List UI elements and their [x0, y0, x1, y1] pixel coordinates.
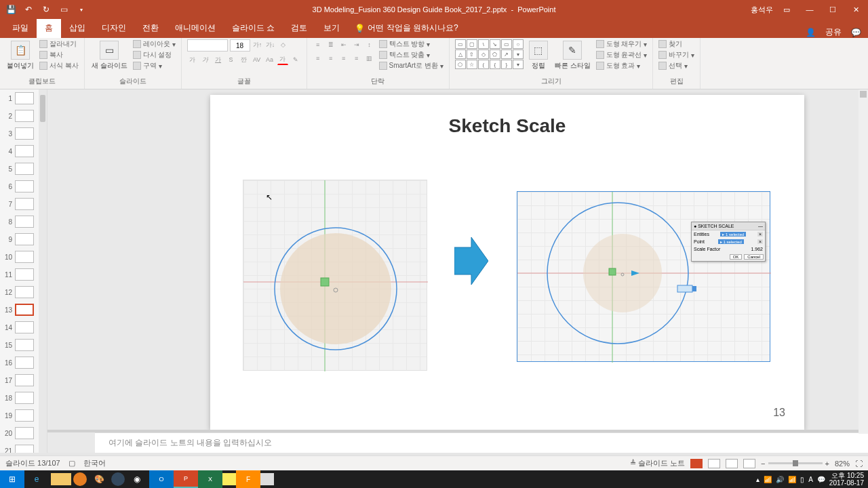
paint-icon[interactable]: 🎨 — [87, 470, 111, 488]
underline-icon[interactable]: 가 — [213, 54, 224, 65]
outlook-icon[interactable]: O — [149, 470, 174, 488]
reset-button[interactable]: 다시 설정 — [133, 50, 176, 60]
strike-icon[interactable]: S — [226, 54, 237, 65]
slide-canvas[interactable]: Sketch Scale ↖ — [47, 89, 868, 453]
fit-window-icon[interactable]: ⛶ — [855, 460, 863, 468]
app-misc-icon[interactable] — [260, 473, 274, 485]
arrange-button[interactable]: ⬚ 정렬 — [528, 39, 549, 72]
quick-styles-button[interactable]: ✎ 빠른 스타일 — [553, 39, 592, 72]
excel-icon[interactable]: X — [198, 470, 222, 488]
minimize-icon[interactable]: — — [800, 3, 819, 16]
replace-button[interactable]: 바꾸기 ▾ — [658, 50, 694, 60]
app-orange-icon[interactable] — [73, 472, 87, 486]
scale-value[interactable]: 1.962 — [751, 247, 763, 251]
dialog-close-icon[interactable]: — — [758, 224, 763, 228]
slide-position[interactable]: 슬라이드 13/107 — [5, 458, 60, 468]
align-text-button[interactable]: 텍스트 맞춤 ▾ — [379, 50, 443, 60]
decrease-font-icon[interactable]: 가↓ — [265, 39, 276, 50]
tab-transitions[interactable]: 전환 — [134, 18, 167, 38]
zoom-out-icon[interactable]: − — [761, 460, 765, 468]
tab-design[interactable]: 디자인 — [94, 18, 134, 38]
text-direction-button[interactable]: 텍스트 방향 ▾ — [379, 39, 443, 49]
notes-pane[interactable]: 여기에 슬라이드 노트의 내용을 입력하십시오 — [95, 432, 868, 453]
spell-check-icon[interactable]: ▢ — [68, 459, 75, 468]
reading-view-button[interactable] — [726, 459, 738, 468]
paste-button[interactable]: 📋 붙여넣기 — [5, 39, 35, 72]
start-from-beginning-icon[interactable]: ▭ — [58, 4, 69, 15]
comments-icon[interactable]: 💬 — [851, 28, 861, 37]
indent-inc-icon[interactable]: ⇥ — [351, 39, 362, 50]
volume-icon[interactable]: 🔊 — [776, 476, 784, 483]
clock-time[interactable]: 오후 10:25 — [829, 472, 864, 479]
font-size-input[interactable] — [230, 39, 250, 52]
italic-icon[interactable]: 가 — [200, 54, 211, 65]
slide-thumbnails[interactable]: 123456789101112131415161718192021 — [0, 89, 47, 453]
fusion-icon[interactable]: F — [236, 470, 260, 488]
network-icon[interactable]: 📶 — [764, 476, 772, 483]
align-center-icon[interactable]: ≡ — [326, 53, 336, 64]
tab-view[interactable]: 보기 — [315, 18, 348, 38]
format-painter-button[interactable]: 서식 복사 — [39, 61, 79, 70]
shape-fill-button[interactable]: 도형 채우기 ▾ — [596, 39, 648, 49]
clock-date[interactable]: 2017-08-17 — [829, 479, 864, 487]
battery-icon[interactable]: ▯ — [800, 476, 804, 483]
tray-up-icon[interactable]: ▴ — [756, 476, 760, 483]
entities-value[interactable]: ▸ 1 selected — [720, 232, 746, 237]
entities-clear-icon[interactable]: × — [757, 232, 763, 237]
wifi-icon[interactable]: 📶 — [788, 476, 796, 483]
normal-view-button[interactable] — [690, 459, 703, 468]
find-button[interactable]: 찾기 — [658, 39, 694, 49]
sticky-notes-icon[interactable] — [222, 473, 236, 485]
chrome-icon[interactable]: ◉ — [125, 470, 149, 488]
tab-animations[interactable]: 애니메이션 — [167, 18, 224, 38]
shape-effects-button[interactable]: 도형 효과 ▾ — [596, 61, 648, 70]
tell-me-search[interactable]: 💡 어떤 작업을 원하시나요? — [348, 18, 465, 38]
smartart-button[interactable]: SmartArt로 변환 ▾ — [379, 61, 443, 70]
increase-font-icon[interactable]: 가↑ — [252, 39, 263, 50]
layout-button[interactable]: 레이아웃 ▾ — [133, 39, 176, 49]
case-icon[interactable]: Aa — [264, 54, 275, 65]
cancel-button[interactable]: Cancel — [744, 254, 764, 260]
explorer-icon[interactable] — [51, 473, 71, 485]
sorter-view-button[interactable] — [708, 459, 720, 468]
shape-outline-button[interactable]: 도형 윤곽선 ▾ — [596, 50, 648, 60]
ime-icon[interactable]: A — [808, 476, 813, 483]
app-blue-icon[interactable] — [111, 472, 125, 486]
tab-insert[interactable]: 삽입 — [61, 18, 94, 38]
highlight-icon[interactable]: ✎ — [290, 54, 301, 65]
save-icon[interactable]: 💾 — [5, 4, 16, 15]
spacing-icon[interactable]: AV — [252, 54, 262, 65]
close-icon[interactable]: ✕ — [846, 3, 865, 16]
undo-icon[interactable]: ↶ — [23, 4, 34, 15]
ribbon-options-icon[interactable]: ▭ — [777, 3, 796, 16]
point-value[interactable]: ▸ 1 selected — [718, 239, 744, 244]
cut-button[interactable]: 잘라내기 — [39, 39, 79, 49]
align-left-icon[interactable]: ≡ — [313, 53, 323, 64]
numbering-icon[interactable]: ≣ — [326, 39, 336, 50]
copy-button[interactable]: 복사 — [39, 50, 79, 60]
zoom-level[interactable]: 82% — [835, 460, 850, 468]
clear-format-icon[interactable]: ◇ — [278, 39, 289, 50]
share-button[interactable]: 공유 — [825, 26, 842, 38]
bullets-icon[interactable]: ≡ — [313, 39, 323, 50]
redo-icon[interactable]: ↻ — [41, 4, 52, 15]
shapes-gallery[interactable]: ▭▢\↘▭○ △⇧◇⬠↗▾ ⬡☆({}▾ — [455, 39, 524, 69]
ok-button[interactable]: OK — [730, 254, 743, 260]
shadow-icon[interactable]: 깐 — [239, 54, 250, 65]
section-button[interactable]: 구역 ▾ — [133, 61, 176, 70]
zoom-slider[interactable]: − + — [761, 460, 829, 468]
tab-slideshow[interactable]: 슬라이드 쇼 — [224, 18, 283, 38]
thumbs-scrollbar[interactable] — [39, 89, 47, 453]
ie-icon[interactable]: e — [24, 470, 49, 488]
columns-icon[interactable]: ▥ — [364, 53, 375, 64]
justify-icon[interactable]: ≡ — [351, 53, 362, 64]
slideshow-view-button[interactable] — [743, 459, 755, 468]
font-color-icon[interactable]: 가 — [277, 54, 288, 65]
action-center-icon[interactable]: 💬 — [817, 476, 825, 483]
powerpoint-icon[interactable]: P — [174, 470, 198, 488]
zoom-in-icon[interactable]: + — [825, 460, 829, 468]
language-status[interactable]: 한국어 — [83, 458, 106, 468]
tab-file[interactable]: 파일 — [4, 18, 37, 38]
bold-icon[interactable]: 가 — [187, 54, 198, 65]
tab-review[interactable]: 검토 — [283, 18, 315, 38]
